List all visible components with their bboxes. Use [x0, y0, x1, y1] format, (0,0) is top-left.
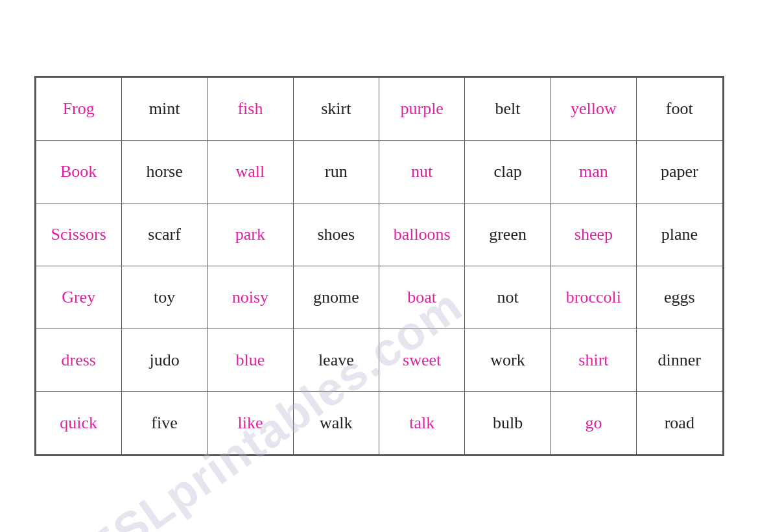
table-row: dressjudoblueleavesweetworkshirtdinner: [36, 329, 722, 392]
table-row: quickfivelikewalktalkbulbgoroad: [36, 392, 722, 455]
table-cell: horse: [121, 141, 207, 203]
table-cell: shirt: [551, 329, 636, 392]
table-cell: walk: [293, 392, 379, 455]
table-cell: blue: [207, 329, 293, 392]
table-cell: not: [465, 266, 551, 329]
table-cell: paper: [637, 141, 722, 203]
table-cell: park: [207, 203, 293, 266]
table-row: Bookhorsewallrunnutclapmanpaper: [36, 141, 722, 203]
table-cell: belt: [465, 78, 551, 141]
word-table-container: FrogmintfishskirtpurplebeltyellowfootBoo…: [34, 76, 724, 456]
table-cell: purple: [379, 78, 465, 141]
table-cell: Book: [36, 141, 121, 203]
word-table: FrogmintfishskirtpurplebeltyellowfootBoo…: [36, 77, 723, 455]
table-cell: work: [465, 329, 551, 392]
table-cell: wall: [207, 141, 293, 203]
table-cell: balloons: [379, 203, 465, 266]
table-cell: Grey: [36, 266, 121, 329]
table-cell: judo: [121, 329, 207, 392]
table-cell: nut: [379, 141, 465, 203]
table-cell: yellow: [551, 78, 636, 141]
table-row: Scissorsscarfparkshoesballoonsgreensheep…: [36, 203, 722, 266]
table-cell: talk: [379, 392, 465, 455]
table-cell: Scissors: [36, 203, 121, 266]
table-cell: dinner: [637, 329, 722, 392]
table-cell: go: [551, 392, 636, 455]
table-cell: gnome: [293, 266, 379, 329]
table-cell: Frog: [36, 78, 121, 141]
table-cell: skirt: [293, 78, 379, 141]
table-cell: toy: [121, 266, 207, 329]
table-cell: boat: [379, 266, 465, 329]
table-cell: like: [207, 392, 293, 455]
table-cell: noisy: [207, 266, 293, 329]
table-cell: five: [121, 392, 207, 455]
table-cell: plane: [637, 203, 722, 266]
table-cell: mint: [121, 78, 207, 141]
table-cell: leave: [293, 329, 379, 392]
table-cell: fish: [207, 78, 293, 141]
table-cell: foot: [637, 78, 722, 141]
table-cell: scarf: [121, 203, 207, 266]
table-row: Greytoynoisygnomeboatnotbroccolieggs: [36, 266, 722, 329]
table-cell: broccoli: [551, 266, 636, 329]
table-cell: quick: [36, 392, 121, 455]
table-cell: sheep: [551, 203, 636, 266]
table-cell: road: [637, 392, 722, 455]
table-cell: green: [465, 203, 551, 266]
table-cell: shoes: [293, 203, 379, 266]
table-cell: dress: [36, 329, 121, 392]
table-row: Frogmintfishskirtpurplebeltyellowfoot: [36, 78, 722, 141]
table-cell: clap: [465, 141, 551, 203]
table-cell: bulb: [465, 392, 551, 455]
table-cell: eggs: [637, 266, 722, 329]
table-cell: run: [293, 141, 379, 203]
table-cell: man: [551, 141, 636, 203]
table-cell: sweet: [379, 329, 465, 392]
